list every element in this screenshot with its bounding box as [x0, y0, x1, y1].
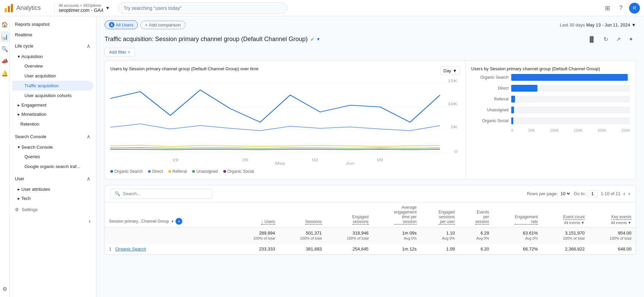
nav-item-reports-snapshot[interactable]: Reports snapshot [10, 19, 93, 30]
icon-sidebar-settings[interactable]: ⚙ [1, 283, 9, 294]
total-event-count-cell: 3,151,970 100% of total [542, 228, 589, 244]
day-dropdown[interactable]: Day ▼ [440, 67, 460, 75]
nav-settings[interactable]: ⚙ Settings [10, 204, 96, 215]
user-section-header[interactable]: User ∧ [10, 173, 96, 185]
account-breadcrumb: All accounts > SEOptimer [59, 3, 104, 7]
acquisition-group[interactable]: ▾ Acquisition [12, 52, 96, 61]
table-search-container: 🔍 [110, 189, 212, 199]
user-section: User ∧ ▸ User attributes ▸ Tech [10, 173, 96, 203]
user-avatar[interactable]: R [629, 3, 640, 14]
icon-sidebar-insights[interactable]: 🔔 [1, 68, 9, 79]
add-comparison-button[interactable]: + Add comparison [141, 21, 185, 29]
icon-sidebar-home[interactable]: 🏠 [1, 19, 9, 30]
table-search-input[interactable] [123, 191, 208, 196]
event-count-dropdown-icon[interactable]: ▼ [581, 221, 585, 225]
svg-text:0: 0 [455, 149, 458, 154]
legend-organic-search: Organic Search [110, 169, 143, 174]
svg-rect-2 [11, 4, 13, 12]
nav-item-user-acquisition-cohorts[interactable]: User acquisition cohorts [12, 91, 93, 100]
col-avg-engagement-label: Averageengagementtime persession [394, 205, 417, 225]
total-event-count-sub: 100% of total [563, 236, 585, 240]
nav-item-google-organic[interactable]: Google organic search traf... [12, 162, 93, 171]
data-table: Session primary...Channel Group ▼ + ↓ Us… [105, 202, 636, 255]
bar-row-organic-search: Organic Search [471, 74, 630, 81]
engagement-group[interactable]: ▸ Engagement [12, 100, 96, 110]
table-section: 🔍 Rows per page: 10 25 50 Go to: [105, 185, 636, 255]
row1-key-events-cell: 648.00 [589, 244, 636, 255]
monetization-label: Monetization [21, 112, 47, 117]
nav-item-queries[interactable]: Queries [12, 152, 93, 162]
prev-page-button[interactable]: ‹ [623, 190, 625, 197]
row1-engaged-sessions-value: 254,645 [353, 246, 369, 252]
svg-rect-0 [5, 8, 7, 12]
legend-unassigned: Unassigned [192, 169, 218, 174]
content-header: A All Users + Add comparison Last 30 day… [105, 16, 636, 32]
user-section-label: User [15, 176, 24, 181]
total-events-per-session-sub: Avg 0% [476, 236, 489, 240]
add-filter-button[interactable]: Add filter + [105, 48, 135, 56]
chart-title-dropdown-icon[interactable]: ▼ [316, 37, 320, 42]
icon-sidebar-reports[interactable]: 📊 [1, 31, 9, 42]
apps-icon[interactable]: ⊞ [602, 3, 613, 14]
nav-item-user-acquisition[interactable]: User acquisition [12, 71, 93, 81]
nav-item-traffic-acquisition[interactable]: Traffic acquisition [12, 81, 93, 91]
monetization-group[interactable]: ▸ Monetization [12, 110, 96, 119]
total-avg-engagement-value: 1m 09s [402, 230, 417, 236]
next-page-button[interactable]: › [628, 190, 630, 197]
total-engagement-rate-cell: 63.61% Avg 0% [493, 228, 542, 244]
bar-track-organic-social [511, 117, 630, 124]
total-sessions-value: 501,371 [306, 230, 322, 236]
share-icon[interactable]: ↗ [613, 35, 623, 44]
total-engagement-rate-sub: Avg 0% [525, 236, 538, 240]
all-users-label: All Users [116, 22, 133, 27]
bar-track-direct [511, 85, 630, 92]
lifecycle-section-header[interactable]: Life cycle ∧ [10, 40, 96, 52]
add-comparison-label: Add comparison [149, 22, 181, 27]
search-input[interactable] [118, 2, 288, 14]
svg-text:5K: 5K [451, 125, 458, 129]
account-selector[interactable]: All accounts > SEOptimer seoptimer.com -… [54, 3, 110, 13]
go-to-input[interactable] [587, 190, 598, 197]
date-range-chevron-icon: ▼ [631, 22, 636, 27]
total-channel-cell [105, 228, 232, 244]
col-channel-dropdown-icon[interactable]: ▼ [171, 220, 174, 223]
date-range-selector[interactable]: Last 30 days May 13 - Jun 11, 2024 ▼ [560, 22, 636, 27]
total-events-per-session-value: 6.29 [480, 230, 489, 236]
bar-label-direct: Direct [471, 86, 509, 91]
icon-sidebar-advertising[interactable]: 📣 [1, 56, 9, 67]
bar-fill-organic-search [511, 74, 628, 81]
total-engaged-sessions-value: 318,946 [353, 230, 369, 236]
nav-item-retention[interactable]: Retention [12, 119, 93, 129]
chart-type-bar-icon[interactable]: ▐▌ [585, 35, 598, 44]
user-attributes-group[interactable]: ▸ User attributes [12, 185, 96, 194]
col-header-engagement-rate: Engagementrate [493, 202, 542, 228]
tech-group[interactable]: ▸ Tech [12, 194, 96, 203]
row1-channel-link[interactable]: Organic Search [115, 246, 146, 252]
more-icon[interactable]: ✦ [626, 35, 636, 44]
help-icon[interactable]: ? [615, 3, 626, 14]
icon-sidebar-explore[interactable]: 🔍 [1, 43, 9, 54]
row1-engaged-per-user-value: 1.09 [446, 246, 455, 252]
engagement-chevron-icon: ▸ [18, 103, 20, 108]
row1-engaged-per-user-cell: 1.09 [421, 244, 459, 255]
chart-refresh-icon[interactable]: ↻ [601, 35, 611, 44]
engagement-label: Engagement [21, 103, 47, 108]
settings-label: Settings [22, 207, 38, 212]
col-engaged-sessions-label: Engagedsessions [352, 215, 369, 225]
total-users-cell: 289,994 100% of total [232, 228, 279, 244]
chart-title: Traffic acquisition: Session primary cha… [105, 36, 308, 43]
col-header-event-count: Event count All events ▼ [542, 202, 589, 228]
nav-item-realtime[interactable]: Realtime [10, 30, 93, 40]
key-events-dropdown-icon[interactable]: ▼ [628, 221, 631, 225]
search-console-section-header[interactable]: Search Console ∧ [10, 131, 96, 143]
rows-per-page-select[interactable]: 10 25 50 [559, 191, 571, 197]
search-console-group[interactable]: ▾ Search Console [12, 143, 96, 152]
add-column-button[interactable]: + [176, 218, 182, 225]
nav-item-overview[interactable]: Overview [12, 61, 93, 71]
row1-event-count-value: 2,366,822 [565, 246, 585, 252]
bar-fill-referral [511, 96, 515, 103]
all-users-chip[interactable]: A All Users [105, 20, 138, 29]
lifecycle-subsection: ▾ Acquisition Overview User acquisition … [10, 52, 96, 129]
col-sessions-label: Sessions [305, 219, 322, 225]
nav-collapse-button[interactable]: ‹ [10, 215, 96, 227]
